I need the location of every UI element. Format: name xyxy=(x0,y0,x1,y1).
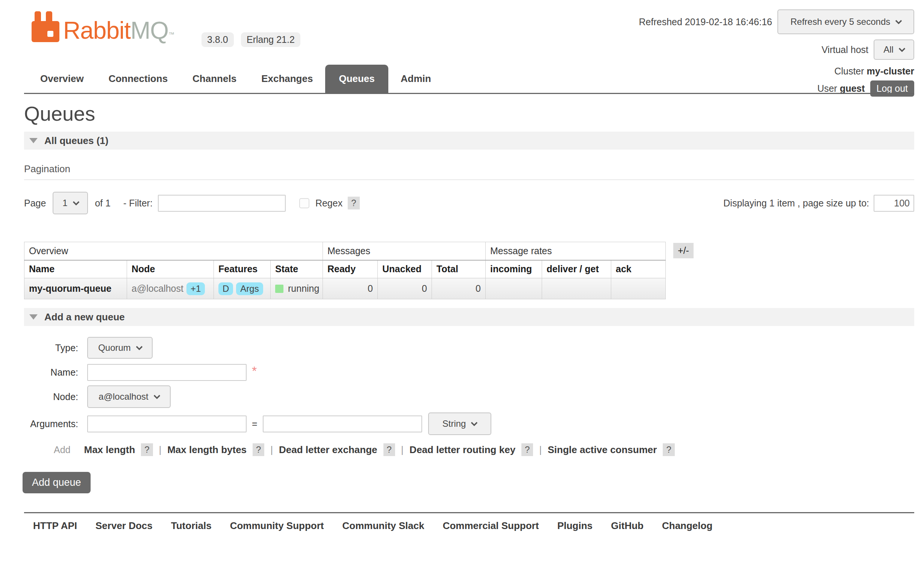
tab-queues[interactable]: Queues xyxy=(325,65,388,93)
add-argument-link[interactable]: Add xyxy=(54,444,70,455)
tab-channels[interactable]: Channels xyxy=(180,65,249,93)
footer-link-server-docs[interactable]: Server Docs xyxy=(95,520,153,532)
argument-value-input[interactable] xyxy=(263,415,422,432)
separator: | xyxy=(401,444,404,455)
shortcut-dead-letter-exchange[interactable]: Dead letter exchange xyxy=(279,444,377,456)
col-deliver-get[interactable]: deliver / get xyxy=(542,260,611,278)
col-incoming[interactable]: incoming xyxy=(486,260,542,278)
shortcut-dead-letter-routing-key[interactable]: Dead letter routing key xyxy=(409,444,515,456)
help-icon[interactable]: ? xyxy=(383,443,395,456)
brand-text: RabbitMQ™ xyxy=(63,19,174,42)
help-icon[interactable]: ? xyxy=(663,443,674,456)
page-size-input[interactable] xyxy=(874,195,914,212)
queues-table: Overview Messages Message rates Name Nod… xyxy=(24,242,666,299)
footer-link-tutorials[interactable]: Tutorials xyxy=(171,520,212,532)
page-label: Page xyxy=(24,198,46,209)
shortcut-max-length-bytes[interactable]: Max length bytes xyxy=(167,444,247,456)
col-ready[interactable]: Ready xyxy=(323,260,378,278)
col-unacked[interactable]: Unacked xyxy=(378,260,432,278)
name-label: Name: xyxy=(24,367,78,378)
refresh-interval-value: Refresh every 5 seconds xyxy=(791,17,890,27)
rabbitmq-logo[interactable]: RabbitMQ™ xyxy=(32,11,174,42)
refresh-interval-select[interactable]: Refresh every 5 seconds xyxy=(777,9,914,34)
all-queues-section-header[interactable]: All queues (1) xyxy=(24,132,914,150)
table-row: my-quorum-queue a@localhost+1 DArgs runn… xyxy=(24,278,666,299)
main-content: Queues All queues (1) Pagination Page 1 … xyxy=(24,102,914,493)
regex-checkbox[interactable] xyxy=(299,198,309,208)
filter-label: - Filter: xyxy=(123,198,153,209)
separator: | xyxy=(270,444,273,455)
footer-link-community-support[interactable]: Community Support xyxy=(230,520,324,532)
page-title: Queues xyxy=(24,102,914,126)
version-badge: 3.8.0 xyxy=(201,32,234,47)
ready-count: 0 xyxy=(323,278,378,299)
chevron-down-icon xyxy=(153,392,160,399)
pagination-controls: Page 1 of 1 - Filter: Regex ? Displaying… xyxy=(24,191,914,215)
col-features[interactable]: Features xyxy=(214,260,271,278)
node-plus-badge: +1 xyxy=(186,282,205,295)
col-name[interactable]: Name xyxy=(24,260,127,278)
page-select-value: 1 xyxy=(62,198,67,208)
help-icon[interactable]: ? xyxy=(521,443,533,456)
queue-type-select[interactable]: Quorum xyxy=(87,337,153,359)
add-queue-button[interactable]: Add queue xyxy=(23,472,91,493)
footer-link-commercial-support[interactable]: Commercial Support xyxy=(443,520,539,532)
footer-link-http-api[interactable]: HTTP API xyxy=(33,520,77,532)
type-label: Type: xyxy=(24,343,78,353)
argument-key-input[interactable] xyxy=(87,415,247,432)
equals-sign: = xyxy=(252,418,258,429)
pagination-divider xyxy=(24,179,914,180)
group-overview: Overview xyxy=(24,242,323,260)
argument-type-select[interactable]: String xyxy=(428,412,491,435)
chevron-down-icon xyxy=(136,343,142,350)
col-state[interactable]: State xyxy=(271,260,323,278)
brand-trademark: ™ xyxy=(168,31,174,38)
add-queue-label: Add a new queue xyxy=(44,311,125,323)
shortcut-single-active-consumer[interactable]: Single active consumer xyxy=(548,444,657,456)
regex-help-icon[interactable]: ? xyxy=(348,197,359,209)
header: RabbitMQ™ 3.8.0 Erlang 21.2 Refreshed 20… xyxy=(0,0,924,95)
group-message-rates: Message rates xyxy=(486,242,666,260)
filter-input[interactable] xyxy=(158,195,286,212)
column-toggle-button[interactable]: +/- xyxy=(673,243,694,258)
tab-overview[interactable]: Overview xyxy=(28,65,96,93)
main-nav: Overview Connections Channels Exchanges … xyxy=(24,65,914,94)
footer-link-changelog[interactable]: Changelog xyxy=(662,520,712,532)
footer-link-github[interactable]: GitHub xyxy=(611,520,644,532)
queue-name-input[interactable] xyxy=(87,364,247,381)
footer-link-community-slack[interactable]: Community Slack xyxy=(342,520,424,532)
tab-admin[interactable]: Admin xyxy=(388,65,444,93)
shortcut-max-length[interactable]: Max length xyxy=(84,444,135,456)
chevron-down-icon xyxy=(898,45,905,52)
queue-name-link[interactable]: my-quorum-queue xyxy=(29,283,111,294)
chevron-down-icon xyxy=(73,199,79,205)
add-queue-section-header[interactable]: Add a new queue xyxy=(24,308,914,326)
col-ack[interactable]: ack xyxy=(611,260,666,278)
chevron-down-icon xyxy=(471,419,478,426)
col-node[interactable]: Node xyxy=(127,260,214,278)
tab-connections[interactable]: Connections xyxy=(96,65,180,93)
feature-durable-badge: D xyxy=(218,282,233,295)
total-count: 0 xyxy=(432,278,486,299)
help-icon[interactable]: ? xyxy=(141,443,153,456)
help-icon[interactable]: ? xyxy=(253,443,264,456)
required-marker: * xyxy=(252,364,257,378)
of-pages-label: of 1 xyxy=(95,198,111,209)
collapse-triangle-icon xyxy=(29,138,38,143)
unacked-count: 0 xyxy=(378,278,432,299)
footer-link-plugins[interactable]: Plugins xyxy=(557,520,592,532)
queue-features-cell: DArgs xyxy=(214,278,271,299)
argument-type-value: String xyxy=(442,418,466,429)
tab-exchanges[interactable]: Exchanges xyxy=(249,65,325,93)
group-messages: Messages xyxy=(323,242,486,260)
incoming-rate xyxy=(486,278,542,299)
all-queues-label: All queues (1) xyxy=(44,135,108,147)
regex-label: Regex xyxy=(315,198,342,209)
queues-table-wrap: Overview Messages Message rates Name Nod… xyxy=(24,242,914,299)
queue-node-select[interactable]: a@localhost xyxy=(87,385,171,408)
footer: HTTP API Server Docs Tutorials Community… xyxy=(24,512,914,532)
page-select[interactable]: 1 xyxy=(53,192,88,214)
virtual-host-select[interactable]: All xyxy=(874,39,914,60)
erlang-badge: Erlang 21.2 xyxy=(241,32,300,47)
col-total[interactable]: Total xyxy=(432,260,486,278)
